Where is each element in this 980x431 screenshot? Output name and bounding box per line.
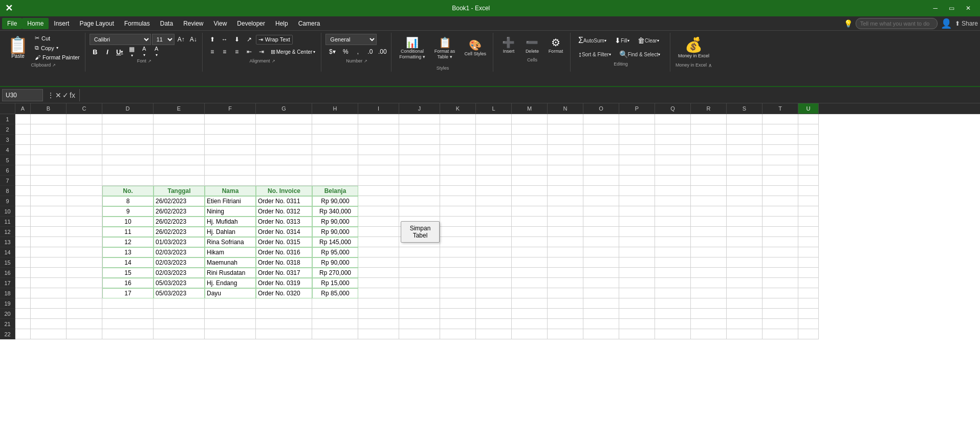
cell-D6[interactable] xyxy=(102,165,154,176)
cell-L17[interactable] xyxy=(476,278,512,288)
cell-C7[interactable] xyxy=(67,176,102,186)
cell-P7[interactable] xyxy=(619,176,655,186)
menu-developer[interactable]: Developer xyxy=(232,18,270,29)
cell-F1[interactable] xyxy=(205,114,256,124)
cell-D3[interactable] xyxy=(102,135,154,145)
cell-T9[interactable] xyxy=(763,196,798,206)
tell-me-input[interactable] xyxy=(856,18,938,29)
cell-J6[interactable] xyxy=(399,165,440,176)
cell-E6[interactable] xyxy=(154,165,205,176)
cell-Q18[interactable] xyxy=(655,288,691,298)
cell-C20[interactable] xyxy=(67,309,102,319)
cell-T16[interactable] xyxy=(763,268,798,278)
cell-P21[interactable] xyxy=(619,319,655,329)
cell-N13[interactable] xyxy=(548,237,583,247)
cell-Q10[interactable] xyxy=(655,206,691,217)
cell-I14[interactable] xyxy=(358,247,399,257)
cell-B22[interactable] xyxy=(31,329,67,339)
cell-E14[interactable]: 02/03/2023 xyxy=(154,247,205,257)
cell-J8[interactable] xyxy=(399,186,440,196)
cell-B11[interactable] xyxy=(31,217,67,227)
cell-C12[interactable] xyxy=(67,227,102,237)
cell-A16[interactable] xyxy=(15,268,31,278)
col-header-e[interactable]: E xyxy=(154,103,205,114)
cell-P8[interactable] xyxy=(619,186,655,196)
cell-I5[interactable] xyxy=(358,155,399,165)
cell-O22[interactable] xyxy=(583,329,619,339)
cell-T5[interactable] xyxy=(763,155,798,165)
cell-O13[interactable] xyxy=(583,237,619,247)
cell-F10[interactable]: Nining xyxy=(205,206,256,217)
cell-O21[interactable] xyxy=(583,319,619,329)
cell-H21[interactable] xyxy=(312,319,358,329)
cell-E22[interactable] xyxy=(154,329,205,339)
cell-O6[interactable] xyxy=(583,165,619,176)
cell-H13[interactable]: Rp 145,000 xyxy=(312,237,358,247)
cell-G16[interactable]: Order No. 0317 xyxy=(256,268,312,278)
cell-U9[interactable] xyxy=(798,196,819,206)
cell-K8[interactable] xyxy=(440,186,476,196)
cell-C9[interactable] xyxy=(67,196,102,206)
cell-R9[interactable] xyxy=(691,196,727,206)
cell-R6[interactable] xyxy=(691,165,727,176)
cell-K10[interactable] xyxy=(440,206,476,217)
cell-S19[interactable] xyxy=(727,298,763,309)
cell-N4[interactable] xyxy=(548,145,583,155)
cell-O2[interactable] xyxy=(583,124,619,135)
cell-M4[interactable] xyxy=(512,145,548,155)
cell-N18[interactable] xyxy=(548,288,583,298)
col-header-h[interactable]: H xyxy=(312,103,358,114)
cell-I11[interactable] xyxy=(358,217,399,227)
col-header-q[interactable]: Q xyxy=(655,103,691,114)
cell-J16[interactable] xyxy=(399,268,440,278)
cell-N22[interactable] xyxy=(548,329,583,339)
cell-I19[interactable] xyxy=(358,298,399,309)
cell-Q13[interactable] xyxy=(655,237,691,247)
cell-K12[interactable] xyxy=(440,227,476,237)
cell-O15[interactable] xyxy=(583,257,619,268)
cell-R19[interactable] xyxy=(691,298,727,309)
sort-arrow[interactable]: ▾ xyxy=(609,52,611,57)
cell-N21[interactable] xyxy=(548,319,583,329)
cell-O7[interactable] xyxy=(583,176,619,186)
cell-F11[interactable]: Hj. Mufidah xyxy=(205,217,256,227)
indent-decrease-button[interactable]: ⇤ xyxy=(244,46,255,57)
cell-O16[interactable] xyxy=(583,268,619,278)
cell-R7[interactable] xyxy=(691,176,727,186)
border-button[interactable]: ▦▾ xyxy=(126,46,138,57)
row-num-18[interactable]: 18 xyxy=(0,288,15,298)
cell-T3[interactable] xyxy=(763,135,798,145)
cell-K21[interactable] xyxy=(440,319,476,329)
cell-D19[interactable] xyxy=(102,298,154,309)
cell-G15[interactable]: Order No. 0318 xyxy=(256,257,312,268)
cell-O20[interactable] xyxy=(583,309,619,319)
cell-B7[interactable] xyxy=(31,176,67,186)
cell-A1[interactable] xyxy=(15,114,31,124)
cell-O8[interactable] xyxy=(583,186,619,196)
cell-E12[interactable]: 26/02/2023 xyxy=(154,227,205,237)
menu-data[interactable]: Data xyxy=(155,18,178,29)
cell-A19[interactable] xyxy=(15,298,31,309)
italic-button[interactable]: I xyxy=(102,46,113,57)
cell-P12[interactable] xyxy=(619,227,655,237)
cell-R10[interactable] xyxy=(691,206,727,217)
fill-arrow[interactable]: ▾ xyxy=(627,38,629,43)
formula-confirm-button[interactable]: ✓ xyxy=(62,91,69,99)
cell-M6[interactable] xyxy=(512,165,548,176)
cell-K22[interactable] xyxy=(440,329,476,339)
copy-dropdown-arrow[interactable]: ▾ xyxy=(56,46,58,50)
align-right-button[interactable]: ≡ xyxy=(231,46,243,57)
row-num-20[interactable]: 20 xyxy=(0,309,15,319)
cell-B9[interactable] xyxy=(31,196,67,206)
cell-B15[interactable] xyxy=(31,257,67,268)
cell-D9[interactable]: 8 xyxy=(102,196,154,206)
cell-P15[interactable] xyxy=(619,257,655,268)
cell-C21[interactable] xyxy=(67,319,102,329)
cell-O12[interactable] xyxy=(583,227,619,237)
cell-F12[interactable]: Hj. Dahlan xyxy=(205,227,256,237)
cell-M5[interactable] xyxy=(512,155,548,165)
cell-G22[interactable] xyxy=(256,329,312,339)
autosum-arrow[interactable]: ▾ xyxy=(604,38,606,43)
cell-P10[interactable] xyxy=(619,206,655,217)
cell-E20[interactable] xyxy=(154,309,205,319)
